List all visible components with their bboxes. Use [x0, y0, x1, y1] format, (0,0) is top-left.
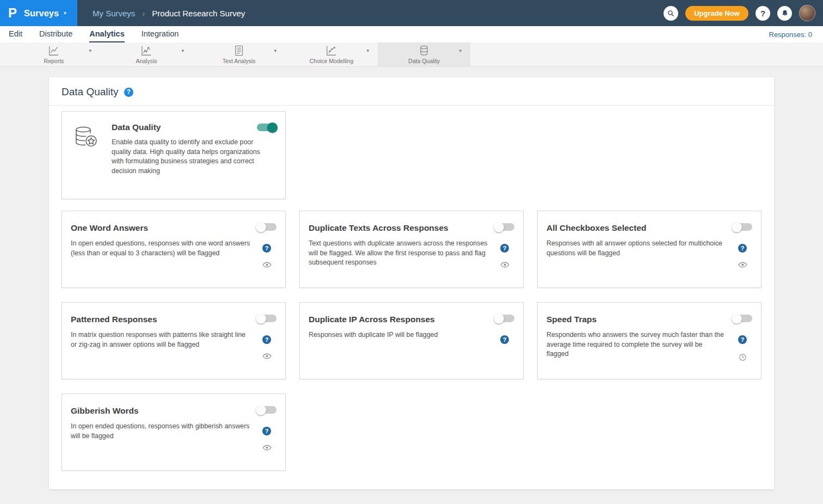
tab-analytics[interactable]: Analytics [89, 26, 124, 42]
card-actions: ? [733, 315, 752, 361]
data-quality-panel: Data Quality ? [49, 77, 774, 489]
card-description: Text questions with duplicate answers ac… [309, 239, 514, 268]
toggle-knob [267, 122, 278, 133]
eye-icon[interactable] [262, 262, 272, 268]
rule-card: One Word Answers In open ended questions… [62, 211, 286, 288]
questionpro-logo-icon: P [5, 5, 20, 21]
card-actions: ? [733, 223, 752, 268]
upgrade-now-button[interactable]: Upgrade Now [685, 6, 748, 21]
notifications-button[interactable] [777, 6, 792, 21]
database-quality-icon [71, 122, 101, 190]
chevron-down-icon[interactable]: ▾ [89, 48, 91, 53]
card-description: In open ended questions, responses with … [71, 239, 277, 258]
avatar[interactable] [799, 5, 815, 21]
toolbar-item-label: Text Analysis [223, 58, 256, 64]
analysis-chart-icon [140, 45, 152, 57]
responses-count: Responses: 0 [769, 30, 813, 39]
toggle-knob [256, 222, 266, 232]
card-title: Speed Traps [546, 315, 752, 324]
data-quality-feature-card: Data Quality Enable data quality to iden… [62, 111, 286, 199]
card-title: Duplicate Texts Across Responses [309, 223, 514, 233]
data-quality-toggle[interactable] [257, 124, 277, 131]
card-title: All Checkboxes Selected [546, 223, 752, 233]
help-icon[interactable]: ? [262, 427, 271, 435]
rule-toggle[interactable] [495, 223, 514, 231]
rule-toggle[interactable] [257, 406, 277, 414]
toolbar-item-label: Data Quality [408, 58, 440, 64]
panel-header: Data Quality ? [49, 77, 774, 106]
breadcrumb-my-surveys[interactable]: My Surveys [93, 9, 135, 18]
clock-icon[interactable] [739, 353, 747, 361]
rule-card: Duplicate Texts Across Responses Text qu… [299, 211, 524, 288]
rule-card: Speed Traps Respondents who answers the … [537, 302, 761, 379]
feature-card-description: Enable data quality to identify and excl… [112, 138, 265, 176]
page-title: Data Quality [62, 86, 119, 98]
toolbar-item-label: Choice Modelling [310, 58, 354, 64]
toolbar-item-data-quality[interactable]: ▾ Data Quality [378, 42, 470, 66]
cards-grid: One Word Answers In open ended questions… [62, 211, 761, 471]
feature-content: Data Quality Enable data quality to iden… [112, 122, 277, 190]
database-icon [418, 45, 430, 57]
help-icon[interactable]: ? [262, 335, 271, 344]
card-actions: ? [495, 223, 514, 268]
question-mark-icon: ? [760, 9, 765, 18]
help-icon[interactable]: ? [738, 335, 747, 344]
toggle-knob [732, 314, 742, 324]
toolbar-item-choice-modelling[interactable]: ▾ Choice Modelling [285, 42, 378, 66]
help-icon[interactable]: ? [500, 244, 509, 253]
help-icon[interactable]: ? [500, 335, 509, 344]
eye-icon[interactable] [738, 262, 747, 268]
eye-icon[interactable] [262, 353, 272, 359]
rule-toggle[interactable] [495, 315, 514, 322]
rule-card: All Checkboxes Selected Responses with a… [537, 211, 761, 288]
card-description: In matrix question responses with patter… [71, 330, 277, 349]
chevron-down-icon[interactable]: ▾ [181, 48, 184, 53]
eye-icon[interactable] [500, 262, 509, 268]
toggle-knob [256, 405, 266, 415]
panel-body: Data Quality Enable data quality to iden… [49, 106, 774, 489]
chevron-down-icon[interactable]: ▾ [459, 48, 462, 53]
toggle-knob [732, 222, 742, 232]
toolbar-item-text-analysis[interactable]: ▾ Text Analysis [193, 42, 285, 66]
card-actions: ? [257, 223, 277, 268]
rule-toggle[interactable] [733, 315, 752, 322]
tab-distribute[interactable]: Distribute [39, 26, 72, 42]
scatter-chart-icon [325, 45, 337, 57]
toggle-knob [256, 314, 266, 324]
line-chart-icon [48, 45, 60, 57]
tab-edit[interactable]: Edit [9, 26, 22, 42]
eye-icon[interactable] [262, 445, 272, 451]
chevron-down-icon[interactable]: ▾ [274, 48, 277, 53]
analytics-toolbar: ▾ Reports ▾ Analysis ▾ Text Analysis ▾ C… [0, 42, 823, 67]
card-description: Responses with all answer options select… [546, 239, 752, 258]
breadcrumb-current-survey: Product Research Survey [152, 9, 245, 18]
search-button[interactable] [664, 6, 678, 21]
chevron-down-icon[interactable]: ▾ [366, 48, 369, 53]
rule-toggle[interactable] [733, 223, 752, 231]
app-header: P Surveys ▾ My Surveys › Product Researc… [0, 0, 823, 26]
help-icon[interactable]: ? [124, 88, 133, 97]
toolbar-item-reports[interactable]: ▾ Reports [8, 42, 100, 66]
product-switcher[interactable]: P Surveys ▾ [0, 0, 77, 26]
help-icon[interactable]: ? [262, 244, 271, 253]
rule-toggle[interactable] [257, 315, 277, 322]
toolbar-item-analysis[interactable]: ▾ Analysis [100, 42, 193, 66]
help-icon[interactable]: ? [738, 244, 747, 253]
tab-integration[interactable]: Integration [142, 26, 179, 42]
rule-card: Patterned Responses In matrix question r… [62, 302, 286, 379]
header-actions: Upgrade Now ? [664, 5, 823, 21]
help-button[interactable]: ? [756, 6, 770, 21]
text-document-icon [233, 45, 245, 57]
bell-icon [781, 9, 789, 17]
toolbar-item-label: Reports [44, 58, 64, 64]
rule-card: Gibberish Words In open ended questions,… [62, 394, 286, 471]
card-actions: ? [495, 315, 514, 353]
main-content: Data Quality ? [0, 67, 823, 489]
card-description: Responses with duplicate IP will be flag… [309, 330, 514, 340]
chevron-down-icon: ▾ [64, 10, 66, 16]
rule-toggle[interactable] [257, 223, 277, 231]
tab-bar: Edit Distribute Analytics Integration Re… [0, 26, 823, 42]
breadcrumb: My Surveys › Product Research Survey [93, 9, 245, 18]
rule-card: Duplicate IP Across Responses Responses … [299, 302, 524, 379]
toggle-knob [494, 222, 504, 232]
